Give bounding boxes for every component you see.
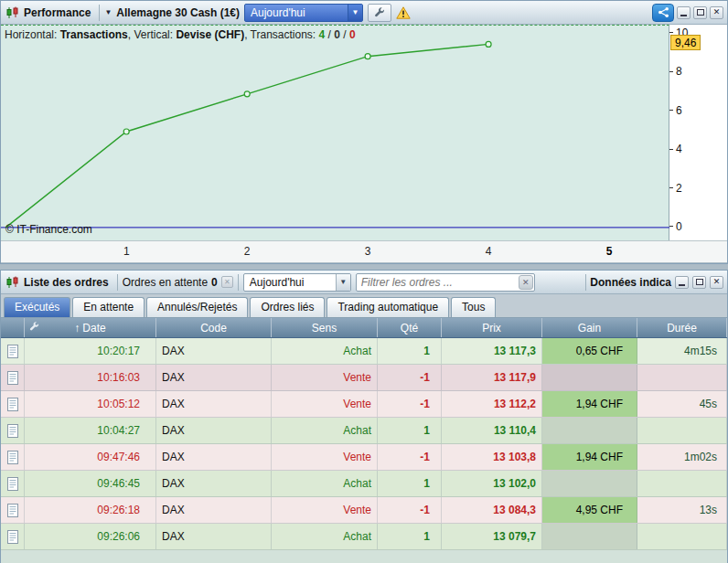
column-header-date[interactable]: ↑ Date — [25, 318, 156, 337]
titlebar-separator — [585, 274, 586, 291]
cancel-pending-button[interactable]: ✕ — [221, 276, 233, 288]
order-row[interactable]: 09:26:18 DAX Vente -1 13 084,3 4,95 CHF … — [1, 497, 727, 524]
order-date-cell: 10:05:12 — [25, 391, 156, 417]
order-date-cell: 10:04:27 — [25, 418, 156, 443]
warning-icon[interactable] — [396, 6, 411, 19]
order-gain-cell — [542, 365, 637, 390]
document-icon — [7, 398, 18, 411]
column-header-code[interactable]: Code — [156, 318, 272, 337]
order-qty-cell: -1 — [378, 365, 442, 390]
close-button[interactable]: ✕ — [710, 276, 723, 289]
order-row[interactable]: 10:04:27 DAX Achat 1 13 110,4 — [1, 418, 727, 444]
document-icon — [7, 451, 18, 464]
tab-annules-rejetes[interactable]: Annulés/Rejetés — [146, 297, 248, 317]
order-side-cell: Vente — [272, 391, 378, 417]
orders-title-label: Liste des ordres — [24, 276, 109, 289]
order-gain-cell: 4,95 CHF — [542, 497, 637, 523]
column-header-duree[interactable]: Durée — [637, 318, 727, 337]
maximize-button[interactable] — [692, 276, 706, 289]
order-price-cell: 13 102,0 — [442, 471, 542, 496]
x-axis: 12345 — [1, 240, 669, 262]
order-row[interactable]: 09:46:45 DAX Achat 1 13 102,0 — [1, 471, 727, 497]
order-details-button[interactable] — [1, 444, 25, 470]
order-date-cell: 09:26:18 — [25, 497, 156, 523]
orders-panel: Liste des ordres Ordres en attente 0 ✕ A… — [0, 270, 728, 563]
orders-tabs: Exécutés En attente Annulés/Rejetés Ordr… — [1, 294, 727, 318]
order-code-cell: DAX — [156, 524, 272, 549]
order-date-cell: 09:46:45 — [25, 471, 156, 496]
minimize-icon — [679, 284, 685, 286]
document-icon — [7, 504, 18, 517]
document-icon — [7, 530, 18, 544]
y-axis: 9,46 0246810 — [669, 25, 727, 240]
pending-count-badge: 0 — [211, 276, 218, 289]
performance-panel: Performance ▼ Allemagne 30 Cash (1€) Auj… — [0, 0, 728, 264]
order-side-cell: Achat — [272, 418, 378, 443]
table-filler — [1, 550, 727, 563]
maximize-icon — [697, 9, 704, 16]
column-header-sens[interactable]: Sens — [272, 318, 378, 337]
document-icon — [7, 424, 18, 438]
y-axis-label: 8 — [669, 64, 682, 79]
column-header-gain[interactable]: Gain — [542, 318, 637, 337]
order-details-button[interactable] — [1, 471, 25, 496]
orders-table-body: 10:20:17 DAX Achat 1 13 117,3 0,65 CHF 4… — [1, 338, 727, 550]
order-side-cell: Vente — [272, 365, 378, 390]
order-side-cell: Achat — [272, 524, 378, 549]
order-gain-cell — [542, 524, 637, 549]
minimize-button[interactable] — [675, 276, 689, 289]
minimize-button[interactable] — [677, 6, 691, 19]
document-icon — [7, 477, 18, 491]
order-duration-cell: 13s — [637, 497, 727, 523]
order-details-button[interactable] — [1, 524, 25, 549]
order-row[interactable]: 09:47:46 DAX Vente -1 13 103,8 1,94 CHF … — [1, 444, 727, 471]
share-button[interactable] — [652, 4, 674, 22]
order-details-button[interactable] — [1, 338, 25, 364]
performance-period-select[interactable]: Aujourd'hui ▼ — [244, 4, 363, 22]
column-header-qty[interactable]: Qté — [378, 318, 442, 337]
tab-tous[interactable]: Tous — [451, 297, 496, 317]
order-row[interactable]: 10:20:17 DAX Achat 1 13 117,3 0,65 CHF 4… — [1, 338, 727, 365]
close-button[interactable]: ✕ — [710, 6, 723, 19]
indicator-data-title: Données indica — [590, 276, 671, 289]
column-header-prix[interactable]: Prix — [442, 318, 542, 337]
order-details-button[interactable] — [1, 497, 25, 523]
order-qty-cell: 1 — [378, 524, 442, 549]
instrument-selector[interactable]: ▼ Allemagne 30 Cash (1€) — [104, 6, 240, 19]
neutral-count: 0 — [334, 28, 340, 41]
order-code-cell: DAX — [156, 497, 272, 523]
y-axis-label: 2 — [669, 181, 682, 196]
order-code-cell: DAX — [156, 471, 272, 496]
order-row[interactable]: 10:05:12 DAX Vente -1 13 112,2 1,94 CHF … — [1, 391, 727, 418]
order-code-cell: DAX — [156, 365, 272, 390]
tab-trading-automatique[interactable]: Trading automatique — [327, 297, 449, 317]
close-icon: ✕ — [713, 8, 721, 16]
filter-input[interactable] — [357, 276, 519, 289]
settings-button[interactable] — [368, 4, 391, 22]
order-details-button[interactable] — [1, 391, 25, 417]
wrench-icon[interactable] — [28, 321, 40, 333]
tab-executes[interactable]: Exécutés — [4, 297, 70, 317]
share-icon — [658, 6, 669, 18]
order-details-button[interactable] — [1, 418, 25, 443]
order-duration-cell — [637, 418, 727, 443]
order-price-cell: 13 103,8 — [442, 444, 542, 470]
clear-filter-button[interactable]: ✕ — [519, 275, 533, 290]
tab-en-attente[interactable]: En attente — [72, 297, 145, 317]
orders-period-select[interactable]: Aujourd'hui ▼ — [243, 273, 351, 292]
order-duration-cell — [637, 471, 727, 496]
order-date-cell: 09:47:46 — [25, 444, 156, 470]
order-details-button[interactable] — [1, 365, 25, 390]
chart-plot-area[interactable]: Horizontal: Transactions, Vertical: Devi… — [1, 25, 669, 240]
order-row[interactable]: 10:16:03 DAX Vente -1 13 117,9 — [1, 365, 727, 391]
order-duration-cell: 4m15s — [637, 338, 727, 364]
order-row[interactable]: 09:26:06 DAX Achat 1 13 079,7 — [1, 524, 727, 550]
order-gain-cell: 1,94 CHF — [542, 391, 637, 417]
tab-ordres-lies[interactable]: Ordres liés — [250, 297, 325, 317]
dropdown-arrow-icon: ▼ — [336, 274, 350, 291]
orders-table-header: ↑ Date Code Sens Qté Prix Gain Durée — [1, 318, 727, 338]
order-date-cell: 10:16:03 — [25, 365, 156, 390]
performance-panel-title: Performance — [5, 6, 94, 19]
maximize-button[interactable] — [693, 6, 707, 19]
order-code-cell: DAX — [156, 418, 272, 443]
